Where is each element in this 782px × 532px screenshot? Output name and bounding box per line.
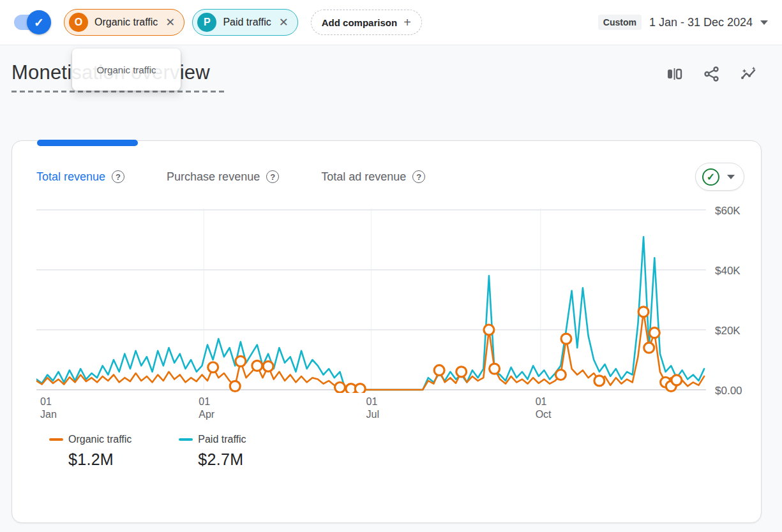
- chip-organic-traffic[interactable]: O Organic traffic ✕: [64, 9, 184, 36]
- x-tick-label: 01Apr: [199, 395, 214, 421]
- paid-series-swatch: [179, 438, 193, 441]
- x-axis-labels: 01Jan01Apr01Jul01Oct: [36, 395, 706, 426]
- legend-item-organic[interactable]: Organic traffic $1.2M: [49, 434, 132, 469]
- help-icon[interactable]: ?: [112, 170, 124, 183]
- y-tick-label: $20K: [715, 325, 741, 337]
- date-range-label: 1 Jan - 31 Dec 2024: [649, 16, 753, 29]
- paid-avatar-icon: P: [197, 13, 216, 32]
- total-revenue-card: Total revenue ? Purchase revenue ? Total…: [11, 140, 762, 523]
- x-tick-label: 01Jan: [40, 395, 57, 421]
- title-dashed-underline: [11, 91, 227, 92]
- insights-icon[interactable]: [740, 65, 758, 83]
- legend-total-value: $1.2M: [68, 450, 132, 469]
- chip-remove-icon[interactable]: ✕: [279, 17, 289, 28]
- chip-label: Organic traffic: [94, 17, 158, 28]
- x-tick-label: 01Oct: [536, 395, 552, 421]
- tab-purchase-revenue[interactable]: Purchase revenue ?: [167, 170, 279, 184]
- legend-label: Paid traffic: [198, 434, 246, 445]
- y-tick-label: $0.00: [715, 385, 742, 397]
- share-icon[interactable]: [703, 65, 721, 83]
- tab-total-revenue[interactable]: Total revenue ?: [36, 170, 124, 184]
- date-range-selector[interactable]: Custom 1 Jan - 31 Dec 2024: [598, 15, 768, 30]
- chevron-down-icon: [727, 175, 735, 179]
- chip-tooltip: Organic traffic: [72, 48, 181, 91]
- chart-legend: Organic traffic $1.2M Paid traffic $2.7M: [12, 434, 761, 469]
- tab-label: Total ad revenue: [321, 170, 406, 184]
- chip-label: Paid traffic: [223, 17, 271, 28]
- revenue-chart[interactable]: [36, 205, 706, 393]
- legend-item-paid[interactable]: Paid traffic $2.7M: [179, 434, 246, 469]
- organic-series-swatch: [49, 438, 63, 441]
- comparison-icon[interactable]: [666, 65, 684, 83]
- data-quality-check-icon: ✓: [702, 168, 719, 186]
- toggle-check-icon: ✓: [27, 10, 51, 34]
- legend-label: Organic traffic: [68, 434, 132, 445]
- organic-avatar-icon: O: [69, 13, 88, 32]
- y-tick-label: $40K: [715, 265, 741, 277]
- x-tick-label: 01Jul: [366, 395, 379, 421]
- add-comparison-label: Add comparison: [322, 17, 397, 28]
- help-icon[interactable]: ?: [266, 170, 279, 183]
- comparison-toggle[interactable]: ✓: [14, 15, 47, 30]
- data-quality-button[interactable]: ✓: [695, 163, 744, 191]
- add-comparison-button[interactable]: Add comparison +: [311, 10, 422, 35]
- header-bar: ✓ O Organic traffic ✕ P Paid traffic ✕ A…: [0, 0, 782, 45]
- date-preset-badge: Custom: [598, 15, 642, 30]
- help-icon[interactable]: ?: [412, 170, 425, 183]
- tab-label: Total revenue: [36, 170, 105, 184]
- active-tab-indicator: [37, 140, 138, 146]
- plus-icon: +: [403, 15, 411, 30]
- tab-label: Purchase revenue: [167, 170, 260, 184]
- y-tick-label: $60K: [715, 205, 741, 218]
- legend-total-value: $2.7M: [198, 450, 246, 469]
- chip-paid-traffic[interactable]: P Paid traffic ✕: [192, 9, 297, 36]
- y-axis-labels: $0.00$20K$40K$60K: [706, 205, 761, 393]
- chevron-down-icon: [760, 20, 768, 25]
- chip-remove-icon[interactable]: ✕: [165, 17, 175, 28]
- tooltip-text: Organic traffic: [96, 64, 156, 75]
- tab-total-ad-revenue[interactable]: Total ad revenue ?: [321, 170, 425, 184]
